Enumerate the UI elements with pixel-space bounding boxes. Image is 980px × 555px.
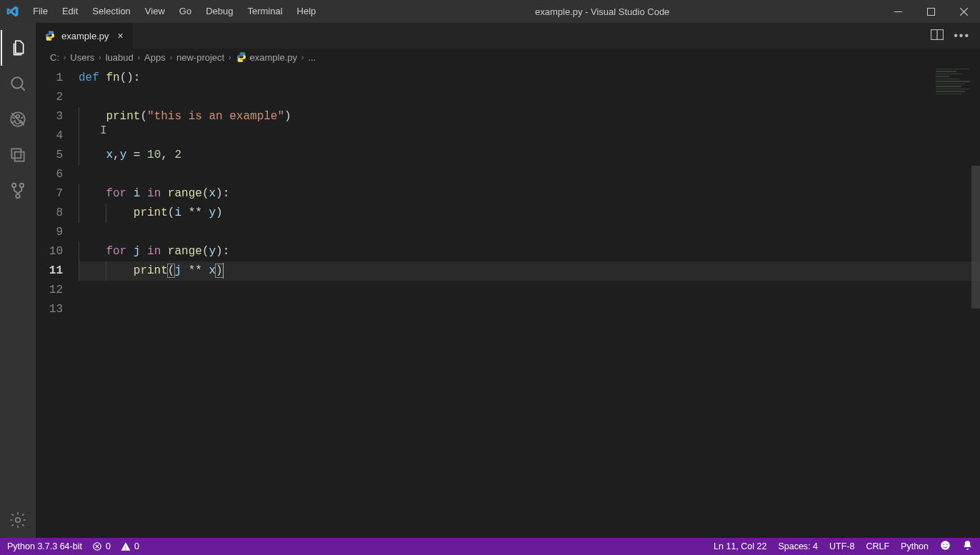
menu-selection[interactable]: Selection [85, 0, 137, 23]
code-line[interactable] [79, 281, 980, 300]
line-number[interactable]: 2 [36, 88, 63, 107]
line-number[interactable]: 4 [36, 126, 63, 146]
svg-point-14 [941, 541, 950, 550]
code-line[interactable] [79, 300, 980, 319]
line-number[interactable]: 8 [36, 204, 63, 223]
minimize-button[interactable] [881, 0, 914, 23]
svg-rect-1 [927, 8, 934, 15]
code-line[interactable]: print(i ** y) [79, 204, 980, 223]
breadcrumb-segment[interactable]: Users [70, 52, 94, 63]
svg-point-16 [946, 544, 948, 545]
code-line[interactable] [79, 126, 980, 146]
code-line[interactable]: for j in range(y): [79, 242, 980, 261]
line-number[interactable]: 12 [36, 281, 63, 300]
breadcrumb[interactable]: C:›Users›luabud›Apps›new-project›example… [36, 49, 980, 66]
breadcrumb-separator: › [99, 54, 101, 61]
line-number[interactable]: 6 [36, 165, 63, 184]
breadcrumb-segment[interactable]: C: [50, 52, 59, 63]
svg-point-7 [12, 184, 16, 187]
menu-help[interactable]: Help [290, 0, 324, 23]
python-file-icon [44, 30, 56, 41]
code[interactable]: I def fn(): print("this is an example") … [79, 66, 980, 538]
status-spaces[interactable]: Spaces: 4 [778, 541, 818, 551]
breadcrumb-segment[interactable]: new-project [176, 52, 224, 63]
svg-rect-5 [11, 149, 21, 158]
breadcrumb-separator: › [64, 54, 66, 61]
breadcrumb-separator: › [138, 54, 140, 61]
breadcrumb-segment[interactable]: example.py [236, 51, 297, 63]
status-encoding[interactable]: UTF-8 [829, 541, 854, 551]
status-lang[interactable]: Python [901, 541, 929, 551]
test-icon[interactable] [1, 137, 35, 173]
title-bar: FileEditSelectionViewGoDebugTerminalHelp… [0, 0, 980, 23]
code-line[interactable]: for i in range(x): [79, 184, 980, 204]
tabs: example.py × ••• [36, 23, 980, 49]
menu-file[interactable]: File [26, 0, 55, 23]
line-number[interactable]: 5 [36, 146, 63, 165]
code-line[interactable] [79, 88, 980, 107]
code-line[interactable] [79, 223, 980, 242]
line-number[interactable]: 1 [36, 69, 63, 88]
feedback-icon[interactable] [940, 540, 951, 553]
menu-go[interactable]: Go [172, 0, 199, 23]
status-errors[interactable]: 0 [92, 541, 111, 551]
line-number[interactable]: 13 [36, 300, 63, 319]
code-line[interactable] [79, 165, 980, 184]
split-editor-icon[interactable] [931, 29, 944, 43]
debug-icon[interactable] [1, 101, 35, 137]
svg-point-8 [20, 184, 24, 187]
menu-view[interactable]: View [138, 0, 172, 23]
line-number[interactable]: 11 [36, 261, 63, 281]
breadcrumb-segment[interactable]: Apps [144, 52, 166, 63]
more-actions-icon[interactable]: ••• [954, 29, 970, 43]
breadcrumb-separator: › [170, 54, 172, 61]
settings-icon[interactable] [1, 502, 35, 538]
svg-point-4 [16, 115, 19, 118]
breadcrumb-segment[interactable]: ... [308, 52, 316, 63]
code-line[interactable]: def fn(): [79, 69, 980, 88]
svg-rect-6 [15, 152, 24, 161]
status-interpreter[interactable]: Python 3.7.3 64-bit [7, 541, 82, 551]
code-line[interactable]: print(j ** x) [79, 261, 980, 281]
status-lncol[interactable]: Ln 11, Col 22 [714, 541, 766, 551]
notifications-icon[interactable] [962, 540, 973, 553]
tab-label: example.py [61, 31, 109, 41]
breadcrumb-segment[interactable]: luabud [106, 52, 134, 63]
status-bar: Python 3.7.3 64-bit 0 0 Ln 11, Col 22 Sp… [0, 538, 980, 555]
menu-edit[interactable]: Edit [55, 0, 85, 23]
svg-point-9 [16, 194, 19, 198]
svg-point-15 [944, 544, 945, 545]
line-number[interactable]: 7 [36, 184, 63, 204]
editor[interactable]: 12345678910111213 I def fn(): print("thi… [36, 66, 980, 538]
menu-bar: FileEditSelectionViewGoDebugTerminalHelp [26, 0, 323, 23]
tab-example-py[interactable]: example.py × [36, 23, 134, 49]
code-line[interactable]: x,y = 10, 2 [79, 146, 980, 165]
maximize-button[interactable] [914, 0, 947, 23]
svg-point-2 [11, 77, 22, 88]
source-control-icon[interactable] [1, 173, 35, 209]
scrollbar-thumb[interactable] [971, 166, 980, 309]
line-number[interactable]: 3 [36, 107, 63, 126]
svg-point-10 [16, 518, 21, 523]
gutter: 12345678910111213 [36, 66, 79, 538]
close-button[interactable] [947, 0, 980, 23]
code-line[interactable]: print("this is an example") [79, 107, 980, 126]
menu-terminal[interactable]: Terminal [240, 0, 289, 23]
svg-rect-0 [894, 11, 902, 12]
status-eol[interactable]: CRLF [866, 541, 889, 551]
activity-bar [0, 23, 36, 538]
status-warnings[interactable]: 0 [121, 541, 139, 551]
tab-close-icon[interactable]: × [114, 30, 126, 41]
window-title: example.py - Visual Studio Code [323, 6, 881, 17]
menu-debug[interactable]: Debug [199, 0, 240, 23]
search-icon[interactable] [1, 66, 35, 101]
vscode-logo-icon [0, 5, 26, 18]
breadcrumb-separator: › [301, 54, 304, 61]
breadcrumb-separator: › [229, 54, 231, 61]
explorer-icon[interactable] [1, 30, 35, 66]
line-number[interactable]: 10 [36, 242, 63, 261]
line-number[interactable]: 9 [36, 223, 63, 242]
